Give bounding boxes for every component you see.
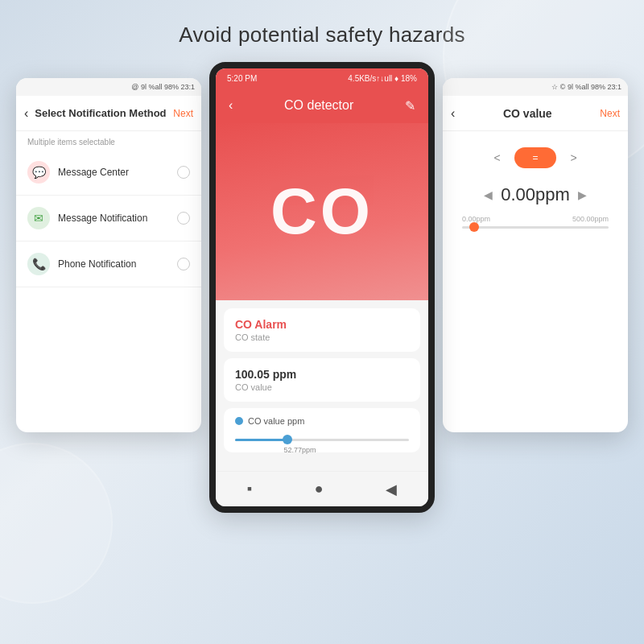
notification-label-0: Message Center bbox=[58, 167, 169, 178]
range-track[interactable] bbox=[462, 226, 609, 229]
nav-back-icon[interactable]: ◀ bbox=[386, 481, 397, 498]
stepper-row: < = > bbox=[487, 147, 583, 168]
right-next-button[interactable]: Next bbox=[600, 108, 620, 119]
left-status-text: @ 9l %all 98% 23:1 bbox=[131, 83, 195, 91]
left-status-bar: @ 9l %all 98% 23:1 bbox=[16, 78, 201, 96]
left-header: ‹ Select Notification Method Next bbox=[16, 96, 201, 131]
center-network: 4.5KB/s↑↓ull ♦ 18% bbox=[348, 74, 417, 83]
notification-label-2: Phone Notification bbox=[58, 258, 169, 270]
right-value-section: < = > ◀ 0.00ppm ▶ 0.00ppm 500.00ppm bbox=[443, 131, 628, 237]
stepper-value-btn[interactable]: = bbox=[514, 147, 555, 168]
center-back-icon[interactable]: ‹ bbox=[229, 98, 233, 113]
left-back-icon[interactable]: ‹ bbox=[24, 106, 28, 121]
right-status-bar: ☆ © 9l %all 98% 23:1 bbox=[443, 78, 628, 96]
center-status-bar: 5:20 PM 4.5KB/s↑↓ull ♦ 18% bbox=[216, 68, 428, 88]
left-header-title: Select Notification Method bbox=[35, 107, 167, 119]
range-bar-section: 0.00ppm 500.00ppm bbox=[454, 215, 617, 229]
page-title: Avoid potential safety hazards bbox=[0, 0, 644, 62]
message-center-icon: 💬 bbox=[27, 161, 50, 184]
co-display: CO bbox=[216, 123, 428, 300]
slider-value-label: 52.77ppm bbox=[283, 446, 316, 454]
center-nav-bar: ▪ ● ◀ bbox=[216, 471, 428, 506]
slider-track[interactable]: 52.77ppm bbox=[235, 439, 409, 441]
range-thumb[interactable] bbox=[469, 222, 479, 232]
co-slider-card[interactable]: CO value ppm 52.77ppm bbox=[224, 408, 420, 452]
slider-thumb[interactable] bbox=[283, 435, 292, 444]
center-header-title: CO detector bbox=[284, 98, 353, 113]
co-value-label: CO value bbox=[235, 382, 409, 392]
right-status-text: ☆ © 9l %all 98% 23:1 bbox=[551, 83, 621, 91]
phone-notif-icon: 📞 bbox=[27, 253, 50, 275]
info-cards: CO Alarm CO state 100.05 ppm CO value CO… bbox=[216, 300, 428, 471]
range-max-label: 500.00ppm bbox=[572, 215, 609, 223]
slider-dot bbox=[235, 417, 243, 425]
radio-2[interactable] bbox=[177, 258, 190, 270]
radio-1[interactable] bbox=[177, 212, 190, 225]
co-label: CO bbox=[270, 175, 374, 249]
left-arrow-icon[interactable]: ◀ bbox=[484, 188, 493, 201]
right-header: ‹ CO value Next bbox=[443, 96, 628, 131]
radio-0[interactable] bbox=[177, 166, 190, 179]
left-subtitle: Multiple items selectable bbox=[16, 131, 201, 150]
phone-left: @ 9l %all 98% 23:1 ‹ Select Notification… bbox=[16, 78, 201, 432]
co-value-number: 100.05 ppm bbox=[235, 368, 409, 381]
stepper-left-btn[interactable]: < bbox=[487, 148, 506, 167]
range-labels: 0.00ppm 500.00ppm bbox=[462, 215, 609, 223]
phone-right: ☆ © 9l %all 98% 23:1 ‹ CO value Next < =… bbox=[443, 78, 628, 432]
slider-label-text: CO value ppm bbox=[248, 416, 304, 426]
right-back-icon[interactable]: ‹ bbox=[451, 106, 455, 121]
stepper-right-btn[interactable]: > bbox=[564, 148, 584, 167]
notification-item-0[interactable]: 💬 Message Center bbox=[16, 150, 201, 196]
right-header-title: CO value bbox=[461, 107, 593, 120]
center-edit-icon[interactable]: ✎ bbox=[405, 98, 415, 114]
phones-container: @ 9l %all 98% 23:1 ‹ Select Notification… bbox=[0, 62, 644, 609]
notification-label-1: Message Notification bbox=[58, 213, 169, 224]
co-value-text: 0.00ppm bbox=[501, 184, 570, 205]
right-arrow-icon[interactable]: ▶ bbox=[578, 188, 587, 201]
co-alarm-label: CO state bbox=[235, 332, 409, 342]
range-min-label: 0.00ppm bbox=[462, 215, 490, 223]
notification-item-1[interactable]: ✉ Message Notification bbox=[16, 196, 201, 242]
nav-square-icon[interactable]: ▪ bbox=[247, 481, 252, 497]
nav-circle-icon[interactable]: ● bbox=[315, 481, 324, 497]
co-alarm-card: CO Alarm CO state bbox=[224, 308, 420, 352]
co-alarm-value: CO Alarm bbox=[235, 318, 409, 331]
center-header: ‹ CO detector ✎ bbox=[216, 88, 428, 123]
co-value-display: ◀ 0.00ppm ▶ bbox=[484, 184, 587, 205]
phone-center: 5:20 PM 4.5KB/s↑↓ull ♦ 18% ‹ CO detector… bbox=[209, 62, 435, 513]
co-value-card: 100.05 ppm CO value bbox=[224, 358, 420, 402]
slider-fill bbox=[235, 439, 287, 441]
message-notif-icon: ✉ bbox=[27, 207, 50, 229]
left-next-button[interactable]: Next bbox=[173, 108, 193, 119]
center-time: 5:20 PM bbox=[227, 74, 257, 83]
notification-item-2[interactable]: 📞 Phone Notification bbox=[16, 242, 201, 287]
